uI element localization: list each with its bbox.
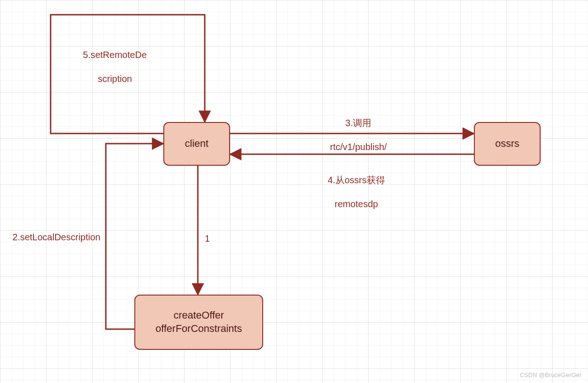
node-createoffer: createOffer offerForConstraints: [134, 295, 263, 350]
label-edge-2: 2.setLocalDescription: [12, 231, 100, 243]
node-createoffer-line1: createOffer: [173, 309, 224, 322]
node-client: client: [163, 122, 230, 166]
label-edge-1: 1: [205, 232, 210, 244]
node-createoffer-line2: offerForConstraints: [156, 322, 242, 336]
node-ossrs-label: ossrs: [495, 137, 519, 151]
watermark: CSDN @BruceGerGer: [520, 371, 582, 378]
node-client-label: client: [185, 137, 208, 151]
label-edge-3-line2: rtc/v1/publish/: [330, 142, 386, 152]
label-edge-3-line1: 3.调用: [346, 118, 372, 128]
label-edge-4: 4.从ossrs获得 remotesdp: [317, 162, 385, 222]
label-edge-4-line1: 4.从ossrs获得: [328, 175, 385, 185]
label-edge-4-line2: remotesdp: [334, 199, 378, 209]
label-edge-3: 3.调用 rtc/v1/publish/: [320, 105, 387, 165]
label-edge-5: 5.setRemoteDe scription: [73, 37, 147, 97]
diagram-canvas: client ossrs createOffer offerForConstra…: [0, 0, 588, 383]
label-edge-5-line1: 5.setRemoteDe: [83, 50, 147, 60]
node-ossrs: ossrs: [474, 122, 541, 166]
label-edge-5-line2: scription: [98, 74, 132, 84]
